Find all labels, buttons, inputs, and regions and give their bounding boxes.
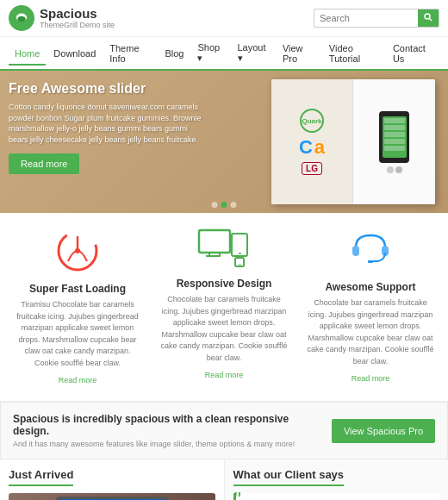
- book-left-page: Quark C a LG: [271, 79, 353, 204]
- feature-support: Awesome Support Chocolate bar caramels f…: [302, 228, 439, 385]
- svg-rect-9: [232, 234, 247, 256]
- hero-read-more-button[interactable]: Read more: [9, 153, 79, 174]
- quote-mark-1: ": [234, 490, 242, 500]
- feature-speed: Super Fast Loading Tiramisu Chocolate ba…: [9, 228, 146, 385]
- promo-subtitle: And it has many awesome features like im…: [13, 440, 323, 448]
- feature-support-link[interactable]: Read more: [352, 374, 390, 383]
- svg-rect-13: [352, 246, 359, 256]
- letter-c: C: [299, 136, 313, 159]
- promo-banner: Spacious is incredibly spacious with a c…: [0, 402, 448, 459]
- laptop-visual: [49, 497, 174, 501]
- logo: Spacious ThemeGrill Demo site: [9, 5, 115, 31]
- just-arrived-section: Just Arrived: [0, 459, 224, 500]
- svg-point-1: [18, 16, 26, 22]
- nav-shop[interactable]: Shop ▾: [191, 37, 229, 69]
- logo-title: Spacious: [40, 7, 115, 22]
- letter-a: a: [314, 136, 325, 159]
- decorative-circles: [387, 166, 402, 173]
- feature-support-title: Awesome Support: [306, 281, 435, 293]
- search-bar[interactable]: [314, 9, 439, 28]
- logo-subtitle: ThemeGrill Demo site: [40, 21, 115, 29]
- feature-responsive: Responsive Design Chocolate bar caramels…: [155, 228, 293, 385]
- nav-theme-info[interactable]: Theme Info: [103, 38, 157, 69]
- promo-title: Spacious is incredibly spacious with a c…: [13, 413, 323, 437]
- slider-dot-3[interactable]: [231, 202, 237, 208]
- promo-view-pro-button[interactable]: View Spacious Pro: [332, 419, 435, 443]
- svg-line-3: [430, 19, 432, 22]
- slider-dot-1[interactable]: [212, 202, 218, 208]
- header: Spacious ThemeGrill Demo site: [0, 0, 448, 37]
- just-arrived-title: Just Arrived: [9, 468, 73, 486]
- phone-screen: [383, 116, 407, 158]
- book-image: Quark C a LG: [271, 79, 435, 204]
- hero-text: Cotton candy liquorice donut saveniwear.…: [9, 102, 207, 145]
- feature-speed-link[interactable]: Read more: [59, 376, 97, 384]
- feature-support-text: Chocolate bar caramels fruitcake icing. …: [306, 297, 435, 367]
- main-nav: Home Download Theme Info Blog Shop ▾ Lay…: [0, 37, 448, 71]
- laptop-screen: [56, 497, 168, 501]
- feature-responsive-title: Responsive Design: [159, 278, 289, 290]
- nav-download[interactable]: Download: [47, 43, 102, 64]
- promo-text-block: Spacious is incredibly spacious with a c…: [13, 413, 323, 448]
- quark-logo: Quark: [300, 109, 324, 133]
- svg-point-2: [425, 14, 430, 19]
- search-input[interactable]: [314, 10, 418, 26]
- hero-slider: Free Awesome slider Cotton candy liquori…: [0, 71, 448, 213]
- lg-logo: LG: [302, 162, 322, 175]
- svg-rect-6: [199, 230, 230, 253]
- feature-responsive-link[interactable]: Read more: [205, 371, 244, 379]
- hero-content: Free Awesome slider Cotton candy liquori…: [9, 81, 207, 174]
- support-icon: [306, 228, 435, 274]
- feature-responsive-text: Chocolate bar caramels fruitcake icing. …: [159, 294, 289, 364]
- hero-title: Free Awesome slider: [9, 81, 207, 97]
- slider-dot-2[interactable]: [221, 202, 227, 208]
- logo-icon: [9, 5, 34, 31]
- svg-rect-15: [368, 260, 373, 263]
- nav-video-tutorial[interactable]: Video Tutorial: [323, 38, 385, 69]
- responsive-icon: [159, 228, 289, 271]
- slider-dots: [212, 202, 237, 208]
- features-section: Super Fast Loading Tiramisu Chocolate ba…: [0, 213, 448, 402]
- laptop-image: [9, 493, 215, 500]
- feature-speed-text: Tiramisu Chocolate bar caramels fruitcak…: [13, 299, 142, 369]
- bottom-section: Just Arrived What our Client says " Cho: [0, 459, 448, 500]
- client-says-section: What our Client says " Chocolate bar car…: [224, 459, 449, 500]
- nav-contact[interactable]: Contact Us: [387, 38, 439, 69]
- nav-home[interactable]: Home: [9, 43, 46, 66]
- logo-text: Spacious ThemeGrill Demo site: [40, 7, 115, 30]
- book-right-page: [353, 79, 435, 204]
- phone-image: [379, 111, 409, 163]
- nav-blog[interactable]: Blog: [159, 43, 190, 64]
- hero-book-visual: Quark C a LG: [267, 71, 439, 213]
- feature-speed-title: Super Fast Loading: [13, 283, 142, 295]
- speed-icon: [13, 228, 142, 276]
- client-says-title: What our Client says: [233, 468, 345, 486]
- nav-view-pro[interactable]: View Pro: [277, 38, 321, 69]
- search-button[interactable]: [418, 9, 439, 27]
- book-ca-letters: C a: [299, 136, 325, 159]
- quote-block-1: " Chocolate bar caramels fruitcake icing…: [233, 493, 440, 500]
- nav-layout[interactable]: Layout ▾: [232, 37, 275, 69]
